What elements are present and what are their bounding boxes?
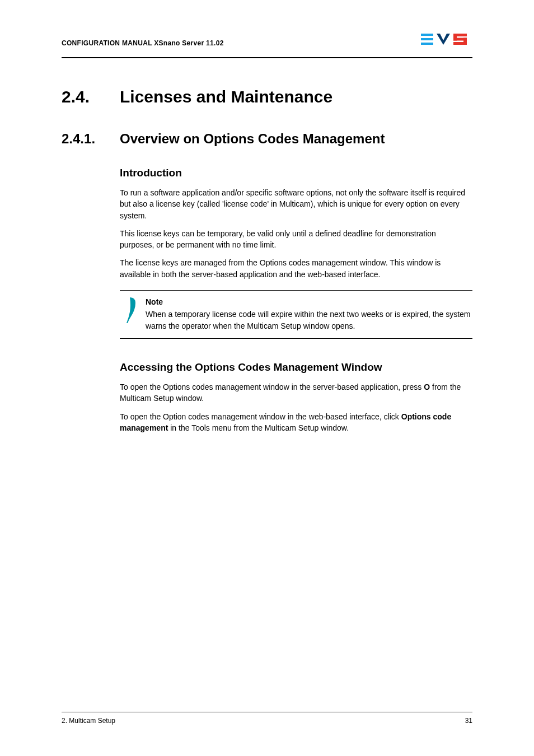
intro-paragraph-3: The license keys are managed from the Op… [120,257,472,280]
access-paragraph-2: To open the Option codes management wind… [120,411,472,434]
access-p2-b: in the Tools menu from the Multicam Setu… [168,423,349,432]
svg-rect-6 [453,34,457,41]
page: CONFIGURATION MANUAL XSnano Server 11.02 [0,0,534,756]
heading-1-number: 2.4. [62,87,120,106]
evs-logo [421,31,472,47]
note-body: Note When a temporary license code will … [146,296,472,332]
svg-rect-7 [463,38,467,45]
note-text: When a temporary license code will expir… [146,310,470,330]
heading-2-number: 2.4.1. [62,131,120,147]
access-p1-a: To open the Options codes management win… [120,382,424,391]
access-paragraph-1: To open the Options codes management win… [120,381,472,404]
content-body: Introduction To run a software applicati… [120,167,472,433]
note-callout: Note When a temporary license code will … [120,290,472,339]
header-rule [62,57,472,58]
svg-rect-0 [421,34,433,36]
footer-rule [62,712,472,712]
svg-rect-1 [421,38,433,40]
intro-paragraph-1: To run a software application and/or spe… [120,187,472,221]
heading-2-title: Overview on Options Codes Management [120,131,385,147]
note-icon [120,296,137,332]
note-title: Note [146,296,472,307]
intro-heading: Introduction [120,167,472,179]
access-p2-a: To open the Option codes management wind… [120,412,401,421]
access-heading: Accessing the Options Codes Management W… [120,361,472,374]
heading-level-2: 2.4.1. Overview on Options Codes Managem… [62,131,472,147]
footer-page-number: 31 [465,717,472,725]
svg-rect-2 [421,43,433,45]
intro-paragraph-2: This license keys can be temporary, be v… [120,228,472,251]
header-title: CONFIGURATION MANUAL XSnano Server 11.02 [62,39,224,47]
heading-level-1: 2.4. Licenses and Maintenance [62,87,472,106]
key-o: O [424,382,430,391]
page-header: CONFIGURATION MANUAL XSnano Server 11.02 [62,31,472,47]
heading-1-title: Licenses and Maintenance [120,87,332,106]
footer-section: 2. Multicam Setup [62,717,115,725]
page-footer: 2. Multicam Setup 31 [62,712,472,725]
